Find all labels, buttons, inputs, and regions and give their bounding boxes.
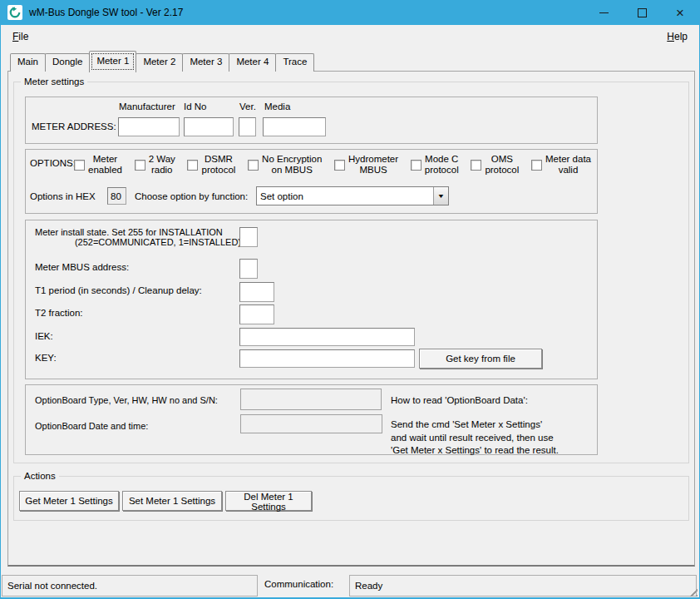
- checkbox-meter-data-valid[interactable]: [531, 160, 542, 171]
- column-header-manufacturer: Manufacturer: [119, 101, 175, 111]
- checkbox-label: Meter data valid: [545, 154, 591, 176]
- option-meter-data-valid: Meter data valid: [531, 154, 591, 176]
- column-header-ver: Ver.: [239, 101, 256, 111]
- tab-meter-3[interactable]: Meter 3: [182, 53, 229, 72]
- checkbox-label: 2 Way radio: [149, 154, 175, 176]
- titlebar: wM-Bus Dongle SW tool - Ver 2.17 ×: [1, 0, 699, 25]
- serial-status-panel: Serial not connected.: [2, 575, 258, 597]
- options-panel: OPTIONS: Meter enabled 2 Way radio DSMR …: [25, 149, 598, 214]
- meter-address-panel: METER ADDRESS: Manufacturer Id No Ver. M…: [25, 97, 598, 144]
- column-header-media: Media: [264, 101, 290, 111]
- optionboard-datetime-field[interactable]: [240, 414, 382, 433]
- tab-meter-1[interactable]: Meter 1: [89, 51, 136, 72]
- key-label: KEY:: [35, 353, 57, 363]
- checkbox-label: Mode C protocol: [425, 154, 459, 176]
- tab-meter-2[interactable]: Meter 2: [136, 53, 183, 72]
- tab-meter-4[interactable]: Meter 4: [229, 53, 276, 72]
- meter-settings-group: Meter settings METER ADDRESS: Manufactur…: [13, 82, 689, 463]
- menubar: File Help: [1, 25, 699, 48]
- chevron-down-icon: ▼: [437, 193, 445, 199]
- actions-group-label: Actions: [21, 470, 59, 482]
- t2-fraction-label: T2 fraction:: [35, 308, 83, 318]
- iek-input[interactable]: [239, 328, 415, 346]
- serial-status-text: Serial not connected.: [7, 581, 97, 591]
- mbus-address-input[interactable]: [239, 259, 258, 279]
- option-dsmr-protocol: DSMR protocol: [187, 154, 235, 176]
- option-function-select[interactable]: Set option ▼: [256, 186, 449, 205]
- tab-strip: Main Dongle Meter 1 Meter 2 Meter 3 Mete…: [10, 51, 313, 72]
- menu-help[interactable]: Help: [663, 29, 691, 44]
- t1-period-label: T1 period (in seconds) / Cleanup delay:: [35, 285, 202, 295]
- checkbox-label: DSMR protocol: [201, 154, 235, 176]
- window-title: wM-Bus Dongle SW tool - Ver 2.17: [29, 7, 183, 18]
- t1-period-input[interactable]: [239, 282, 274, 302]
- get-key-from-file-button[interactable]: Get key from file: [419, 349, 542, 369]
- communication-status-panel: Ready: [349, 575, 697, 597]
- media-input[interactable]: [263, 117, 326, 136]
- option-meter-enabled: Meter enabled: [74, 154, 122, 176]
- checkbox-meter-enabled[interactable]: [74, 160, 85, 171]
- option-function-selected-value: Set option: [257, 187, 433, 205]
- optionboard-help-text: Send the cmd 'Set Meter x Settings' and …: [391, 418, 559, 458]
- optionboard-type-field[interactable]: [240, 389, 382, 410]
- option-2-way-radio: 2 Way radio: [135, 154, 175, 176]
- install-state-label: Meter install state. Set 255 for INSTALL…: [35, 227, 241, 247]
- install-state-input[interactable]: [239, 227, 258, 247]
- iek-label: IEK:: [35, 331, 53, 341]
- optionboard-datetime-label: OptionBoard Date and time:: [35, 421, 148, 431]
- minimize-icon: [599, 12, 609, 13]
- tab-trace[interactable]: Trace: [275, 53, 314, 72]
- communication-status-text: Ready: [355, 581, 382, 591]
- checkbox-label: Hydrometer MBUS: [348, 154, 398, 176]
- checkbox-label: Meter enabled: [88, 154, 122, 176]
- options-hex-input[interactable]: [107, 187, 126, 205]
- option-oms-protocol: OMS protocol: [471, 154, 519, 176]
- del-meter-1-settings-button[interactable]: Del Meter 1 Settings: [225, 491, 312, 511]
- mbus-address-label: Meter MBUS address:: [35, 262, 129, 272]
- column-header-id-no: Id No: [184, 101, 207, 111]
- t2-fraction-input[interactable]: [239, 304, 274, 324]
- dropdown-button[interactable]: ▼: [433, 187, 448, 205]
- ver-input[interactable]: [239, 117, 256, 136]
- checkbox-hydrometer-mbus[interactable]: [334, 160, 345, 171]
- key-input[interactable]: [239, 349, 415, 368]
- meter-address-label: METER ADDRESS:: [32, 121, 116, 131]
- optionboard-type-label: OptionBoard Type, Ver, HW, HW no and S/N…: [35, 395, 218, 405]
- actions-group: Actions Get Meter 1 Settings Set Meter 1…: [13, 476, 689, 521]
- window-controls: ×: [584, 0, 699, 25]
- checkbox-dsmr-protocol[interactable]: [187, 160, 198, 171]
- tab-main[interactable]: Main: [10, 53, 46, 72]
- meter-settings-group-label: Meter settings: [21, 76, 87, 87]
- options-hex-label: Options in HEX: [30, 191, 96, 201]
- app-icon: [7, 5, 22, 20]
- meter-config-panel: Meter install state. Set 255 for INSTALL…: [25, 220, 598, 379]
- checkbox-oms-protocol[interactable]: [471, 160, 481, 171]
- tab-page-meter-1: Meter settings METER ADDRESS: Manufactur…: [7, 71, 695, 567]
- communication-label: Communication:: [264, 579, 333, 589]
- options-checkbox-row: Meter enabled 2 Way radio DSMR protocol …: [74, 154, 591, 176]
- manufacturer-input[interactable]: [118, 117, 180, 136]
- id-no-input[interactable]: [184, 117, 234, 136]
- close-icon: ×: [676, 6, 684, 20]
- checkbox-label: No Encryption on MBUS: [262, 154, 322, 176]
- set-meter-1-settings-button[interactable]: Set Meter 1 Settings: [122, 491, 222, 511]
- get-meter-1-settings-button[interactable]: Get Meter 1 Settings: [19, 491, 119, 511]
- optionboard-panel: OptionBoard Type, Ver, HW, HW no and S/N…: [25, 384, 598, 455]
- minimize-button[interactable]: [584, 0, 623, 25]
- option-mode-c-protocol: Mode C protocol: [411, 154, 459, 176]
- checkbox-2-way-radio[interactable]: [135, 160, 145, 171]
- option-no-encryption-mbus: No Encryption on MBUS: [248, 154, 322, 176]
- close-button[interactable]: ×: [661, 0, 699, 25]
- maximize-icon: [638, 8, 647, 17]
- options-label: OPTIONS:: [30, 158, 76, 168]
- tab-dongle[interactable]: Dongle: [45, 53, 90, 72]
- menu-file[interactable]: File: [9, 29, 32, 44]
- checkbox-label: OMS protocol: [485, 154, 519, 176]
- maximize-button[interactable]: [623, 0, 661, 25]
- checkbox-no-encryption-mbus[interactable]: [248, 160, 259, 171]
- choose-option-label: Choose option by function:: [135, 191, 248, 201]
- optionboard-help-title: How to read 'OptionBoard Data':: [391, 395, 528, 405]
- app-window: wM-Bus Dongle SW tool - Ver 2.17 × File …: [0, 0, 700, 599]
- checkbox-mode-c-protocol[interactable]: [411, 160, 421, 171]
- option-hydrometer-mbus: Hydrometer MBUS: [334, 154, 398, 176]
